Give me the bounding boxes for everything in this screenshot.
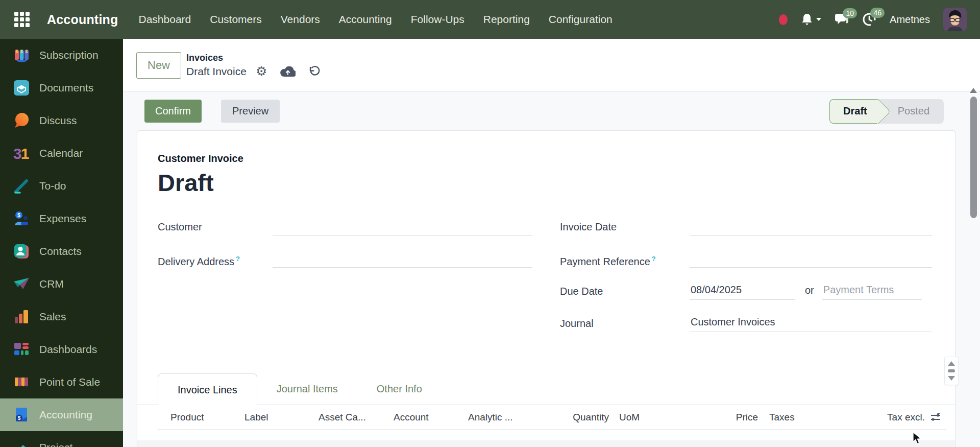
- scroll-up-icon[interactable]: [948, 361, 955, 366]
- due-date-label: Due Date: [560, 284, 690, 298]
- journal-label: Journal: [560, 316, 690, 330]
- journal-input[interactable]: [690, 316, 932, 332]
- undo-icon[interactable]: [308, 65, 320, 78]
- field-row-payment-reference: Payment Reference?: [560, 251, 932, 284]
- tab-other-info[interactable]: Other Info: [357, 373, 442, 405]
- sidebar-item-todo[interactable]: To-do: [0, 170, 123, 202]
- invoice-lines-header: Product Label Asset Ca... Account Analyt…: [158, 405, 946, 430]
- point-of-sale-icon: [12, 373, 31, 391]
- column-analytic[interactable]: Analytic ...: [468, 412, 565, 423]
- scroll-up-arrow-icon[interactable]: [970, 88, 977, 93]
- apps-grid-icon[interactable]: [13, 11, 31, 28]
- messages-count-badge: 10: [843, 8, 857, 18]
- sidebar-item-calendar[interactable]: 31 Calendar: [0, 137, 123, 170]
- scroll-down-icon[interactable]: [948, 376, 955, 381]
- payment-terms-input[interactable]: [822, 284, 922, 300]
- sidebar-item-dashboards[interactable]: Dashboards: [0, 333, 123, 366]
- svg-text:$: $: [18, 415, 21, 421]
- delivery-address-label: Delivery Address?: [158, 251, 273, 268]
- sidebar-item-sales[interactable]: Sales: [0, 300, 123, 333]
- breadcrumb-current: Draft Invoice: [186, 65, 247, 78]
- column-quantity[interactable]: Quantity: [565, 412, 609, 423]
- menu-reporting[interactable]: Reporting: [483, 13, 530, 26]
- sidebar-item-point-of-sale[interactable]: Point of Sale: [0, 366, 123, 398]
- column-tax-excluded[interactable]: Tax excl.: [847, 412, 925, 423]
- column-settings-icon: [930, 412, 941, 422]
- contacts-icon: [12, 242, 31, 261]
- invoice-date-label: Invoice Date: [560, 219, 690, 233]
- gear-icon[interactable]: ⚙: [256, 65, 267, 78]
- column-label[interactable]: Label: [244, 412, 318, 423]
- sidebar-item-discuss[interactable]: Discuss: [0, 104, 123, 137]
- sidebar-item-project[interactable]: Project: [0, 431, 123, 447]
- menu-accounting[interactable]: Accounting: [339, 13, 392, 26]
- sidebar-item-subscription[interactable]: $$$ Subscription: [0, 39, 123, 72]
- sidebar-item-documents[interactable]: Documents: [0, 72, 123, 104]
- customer-label: Customer: [158, 219, 273, 233]
- column-asset-category[interactable]: Asset Ca...: [318, 412, 394, 423]
- sidebar-label: Point of Sale: [39, 376, 100, 388]
- delivery-address-input[interactable]: [273, 251, 532, 268]
- cloud-upload-icon[interactable]: [280, 66, 296, 77]
- due-date-input[interactable]: [690, 284, 795, 300]
- form-fields: Customer Delivery Address? Invoice Date …: [137, 219, 955, 348]
- payment-reference-input[interactable]: [690, 251, 932, 268]
- page-scrollbar[interactable]: [970, 88, 977, 218]
- invoice-date-input[interactable]: [690, 219, 932, 236]
- sidebar-item-accounting[interactable]: $ Accounting: [0, 398, 123, 431]
- scrollbar-thumb[interactable]: [970, 97, 977, 218]
- breadcrumb-parent-invoices[interactable]: Invoices: [186, 53, 320, 63]
- column-uom[interactable]: UoM: [609, 412, 681, 423]
- menu-dashboard[interactable]: Dashboard: [139, 13, 191, 26]
- payment-reference-label: Payment Reference?: [560, 251, 690, 268]
- project-icon: [12, 438, 31, 447]
- sidebar-label: Expenses: [39, 213, 86, 225]
- svg-text:1: 1: [21, 145, 30, 162]
- documents-icon: [12, 79, 31, 97]
- svg-text:$: $: [20, 49, 23, 54]
- status-bar: Draft Posted: [829, 99, 944, 124]
- messages-button[interactable]: 10: [835, 13, 849, 26]
- tab-journal-items[interactable]: Journal Items: [257, 373, 357, 405]
- sidebar-item-crm[interactable]: CRM: [0, 268, 123, 300]
- status-step-draft[interactable]: Draft: [829, 99, 878, 124]
- column-price[interactable]: Price: [681, 412, 758, 423]
- breadcrumb: Invoices Draft Invoice ⚙: [186, 53, 320, 78]
- todo-icon: [12, 177, 31, 195]
- help-icon[interactable]: ?: [652, 255, 656, 263]
- scroll-handle-icon[interactable]: [948, 369, 955, 372]
- user-name[interactable]: Ametnes: [890, 14, 930, 26]
- svg-text:$: $: [15, 49, 18, 54]
- activities-button[interactable]: 46: [862, 12, 876, 27]
- sidebar-item-expenses[interactable]: $ Expenses: [0, 202, 123, 235]
- app-brand[interactable]: Accounting: [47, 12, 118, 27]
- column-product[interactable]: Product: [170, 412, 244, 423]
- customer-input[interactable]: [273, 219, 532, 236]
- confirm-button[interactable]: Confirm: [144, 100, 202, 123]
- user-avatar[interactable]: [943, 8, 967, 31]
- optional-columns-button[interactable]: [925, 412, 946, 422]
- field-row-invoice-date: Invoice Date: [560, 219, 932, 251]
- notebook-scroll-widget[interactable]: [944, 357, 959, 385]
- column-account[interactable]: Account: [394, 412, 468, 423]
- notifications-bell-button[interactable]: [801, 13, 821, 26]
- field-row-journal: Journal: [560, 316, 932, 348]
- activities-count-badge: 46: [870, 8, 885, 18]
- preview-button[interactable]: Preview: [221, 100, 280, 123]
- menu-vendors[interactable]: Vendors: [281, 13, 320, 26]
- menu-follow-ups[interactable]: Follow-Ups: [411, 13, 464, 26]
- help-icon[interactable]: ?: [236, 255, 240, 263]
- column-taxes[interactable]: Taxes: [758, 412, 847, 423]
- menu-customers[interactable]: Customers: [210, 13, 262, 26]
- crm-icon: [12, 275, 31, 293]
- invoice-form-card: Customer Invoice Draft Customer Delivery…: [137, 130, 955, 447]
- main-area: New Invoices Draft Invoice ⚙ Confirm Pre…: [123, 39, 980, 447]
- menu-configuration[interactable]: Configuration: [549, 13, 612, 26]
- new-button[interactable]: New: [136, 52, 181, 79]
- page-title: Draft: [158, 171, 955, 195]
- sidebar-item-contacts[interactable]: Contacts: [0, 235, 123, 268]
- calendar-icon: 31: [12, 144, 31, 162]
- tab-invoice-lines[interactable]: Invoice Lines: [158, 373, 257, 405]
- svg-text:$: $: [17, 213, 20, 218]
- expenses-icon: $: [12, 209, 31, 228]
